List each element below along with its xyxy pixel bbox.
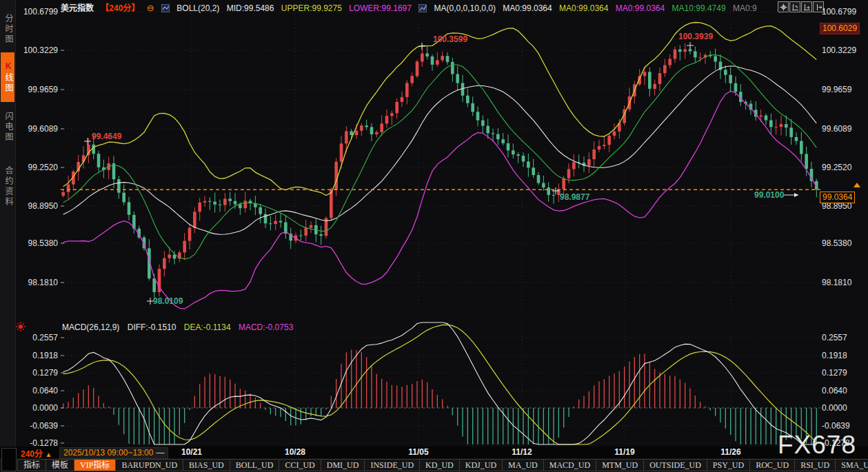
- toolbar-item-boll_ud[interactable]: BOLL_UD: [230, 459, 280, 471]
- macd-dea-value: DEA:-0.1134: [184, 322, 231, 332]
- chart-header: 美元指数 【240分】 ⊖ BOLL(20,2) MID:99.5486 UPP…: [61, 1, 762, 12]
- main-chart-area[interactable]: [61, 0, 820, 318]
- toolbar-item-roc_ud[interactable]: ROC_UD: [750, 459, 795, 471]
- sidebar-item-1[interactable]: 分时图: [1, 4, 14, 54]
- sidebar-item-3[interactable]: 闪电图: [1, 102, 14, 152]
- macd-header: MACD(26,12,9) DIFF:-0.1510 DEA:-0.1134 M…: [62, 322, 299, 332]
- toolbar-item-[interactable]: 指标: [17, 459, 46, 471]
- price-annotation: 98.9877: [560, 192, 589, 202]
- ma0-white-value: MA0:99.0364: [503, 3, 552, 13]
- ma0-magenta-value: MA0:99.0364: [616, 3, 665, 13]
- macd-chart[interactable]: [61, 318, 820, 447]
- toolbar-item-kd_ud[interactable]: KD_UD: [420, 459, 460, 471]
- macd-macd-value: MACD:-0.0753: [239, 322, 293, 332]
- last-price-badge: 99.0364: [820, 192, 855, 203]
- period-up-arrow-icon: ▲: [45, 451, 52, 458]
- toolbar-item-vip[interactable]: VIP指标: [74, 459, 116, 471]
- macd-tick-label: 0.0640: [14, 387, 58, 396]
- toolbar-item-ma_ud[interactable]: MA_UD: [503, 459, 544, 471]
- y-tick-label: 100.3229: [822, 46, 856, 55]
- macd-tick-label: -0.0639: [14, 422, 58, 431]
- footer-period-label[interactable]: 240分 ▲: [21, 447, 52, 459]
- macd-tick-label: 0.2557: [14, 334, 58, 342]
- date-tick-label: 10/21: [181, 447, 202, 457]
- sidebar-item-2[interactable]: K线图: [1, 52, 14, 102]
- indicator-toolbar: 指标模板VIP指标BARUPDN_UDBIAS_UDBOLL_UDCCI_UDD…: [17, 459, 868, 471]
- toolbar-item-mtm_ud[interactable]: MTM_UD: [596, 459, 644, 471]
- y-tick-label: 98.1810: [14, 278, 58, 287]
- collapse-icon[interactable]: ⊖: [147, 3, 154, 13]
- left-sidebar: 分时图K线图闪电图合约资料: [0, 0, 16, 472]
- ma0-yellow-value: MA0:99.0364: [559, 3, 608, 13]
- ma-indicator-icon[interactable]: [418, 4, 427, 12]
- chart-application: 分时图K线图闪电图合约资料 美元指数 【240分】 ⊖ BOLL(20,2) M…: [0, 0, 868, 472]
- toolbar-item-sma_ud[interactable]: SMA_UD: [836, 459, 868, 471]
- x-axis-row: 240分 ▲ 2025/10/13 09:00~13:00— 10/2110/2…: [0, 447, 868, 458]
- toolbar-item-bias_ud[interactable]: BIAS_UD: [183, 459, 230, 471]
- toolbar-item-psy_ud[interactable]: PSY_UD: [707, 459, 750, 471]
- session-high-badge: 100.6029: [820, 23, 860, 34]
- macd-tick-label: 0.1279: [14, 369, 58, 378]
- macd-tick-label: 0.1918: [822, 351, 847, 360]
- macd-tick-label: 0.2557: [822, 334, 847, 342]
- toolbar-item-kdj_ud[interactable]: KDJ_UD: [460, 459, 503, 471]
- macd-tick-label: 0.0640: [822, 387, 847, 396]
- corner-resize-box[interactable]: [1, 448, 17, 471]
- macd-tick-label: 0.0000: [822, 404, 847, 413]
- ma10-value: MA10:99.4749: [672, 3, 726, 13]
- macd-tick-label: -0.0639: [822, 422, 850, 431]
- y-tick-label: 100.6799: [822, 8, 856, 17]
- y-tick-label: 98.8950: [14, 202, 58, 211]
- price-annotation: 98.0109: [153, 296, 183, 306]
- toolbar-item-barupdn_ud[interactable]: BARUPDN_UD: [116, 459, 183, 471]
- boll-mid-value: MID:99.5486: [227, 3, 274, 13]
- y-tick-label: 99.2520: [14, 163, 58, 172]
- boll-upper-value: UPPER:99.9275: [281, 3, 342, 13]
- boll-indicator-icon[interactable]: [161, 4, 170, 12]
- y-tick-label: 98.1810: [822, 278, 851, 287]
- range-dash: —: [156, 448, 164, 458]
- price-up-arrow-icon: [854, 183, 860, 187]
- macd-diff-value: DIFF:-0.1510: [128, 322, 176, 332]
- y-tick-label: 100.6799: [14, 8, 58, 17]
- candlestick-chart[interactable]: [61, 0, 820, 318]
- date-tick-label: 11/26: [720, 447, 740, 457]
- boll-label: BOLL(20,2): [176, 3, 219, 13]
- toolbar-item-outside_ud[interactable]: OUTSIDE_UD: [644, 459, 707, 471]
- toolbar-item-rsi_ud[interactable]: RSI_UD: [795, 459, 836, 471]
- toolbar-item-cci_ud[interactable]: CCI_UD: [279, 459, 321, 471]
- toolbar-item-[interactable]: 模板: [46, 459, 74, 471]
- y-tick-label: 99.2520: [822, 163, 851, 172]
- price-annotation: 100.3599: [433, 34, 467, 44]
- macd-tick-label: 0.1918: [14, 351, 58, 360]
- date-tick-label: 11/12: [512, 447, 532, 457]
- macd-name: MACD(26,12,9): [62, 322, 119, 332]
- ma-group-label: MA(0,0,0,10,0,0): [434, 3, 496, 13]
- date-range-box[interactable]: 2025/10/13 09:00~13:00—: [59, 447, 168, 459]
- macd-tick-label: 0.1279: [822, 369, 847, 378]
- price-annotation: 99.0100: [754, 190, 784, 200]
- date-tick-label: 11/05: [408, 447, 428, 457]
- price-annotation: 99.4649: [92, 132, 121, 141]
- ma0-gray-value: MA0:9: [733, 3, 757, 13]
- toolbar-item-inside_ud[interactable]: INSIDE_UD: [365, 459, 420, 471]
- macd-tick-label: 0.0000: [14, 404, 58, 413]
- y-tick-label: 99.9659: [822, 85, 851, 94]
- price-annotation: 100.3939: [678, 32, 713, 41]
- watermark: FX678: [778, 431, 856, 460]
- date-tick-label: 11/19: [614, 447, 634, 457]
- toolbar-item-macd_ud[interactable]: MACD_UD: [544, 459, 596, 471]
- y-tick-label: 99.9659: [14, 85, 58, 94]
- period-label: 【240分】: [101, 3, 139, 13]
- symbol-title: 美元指数: [61, 3, 94, 13]
- y-tick-label: 99.6089: [14, 125, 58, 134]
- y-tick-label: 98.5380: [14, 239, 58, 248]
- boll-lower-value: LOWER:99.1697: [349, 3, 412, 13]
- y-tick-label: 100.3229: [14, 46, 58, 55]
- sidebar-item-4[interactable]: 合约资料: [1, 154, 14, 219]
- macd-alert-icon[interactable]: [15, 321, 26, 332]
- date-tick-label: 10/28: [285, 447, 305, 457]
- toolbar-item-dmi_ud[interactable]: DMI_UD: [321, 459, 365, 471]
- y-tick-label: 99.6089: [822, 125, 851, 134]
- macd-panel-area[interactable]: [61, 318, 820, 447]
